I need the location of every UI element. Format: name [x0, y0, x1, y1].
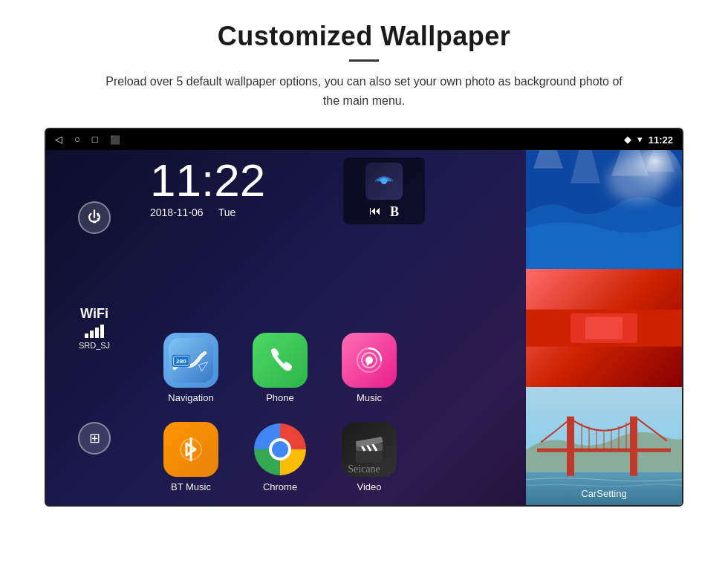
wifi-bar-2 [90, 331, 94, 338]
chrome-circle [254, 423, 306, 475]
clock-date-value: 2018-11-06 [150, 206, 204, 218]
location-icon: ◆ [624, 134, 631, 146]
app-bt-music[interactable]: BT Music [150, 416, 232, 498]
wallpaper-preview-top [526, 150, 682, 268]
chrome-app-icon [253, 422, 308, 477]
ice-highlight [608, 157, 667, 202]
wifi-bar-4 [100, 325, 104, 338]
bt-svg [176, 435, 206, 464]
bt-app-icon [163, 422, 218, 477]
screenshot-icon: ⬛ [110, 135, 120, 145]
title-divider [349, 59, 379, 62]
svg-text:♪: ♪ [365, 351, 374, 369]
app-music[interactable]: ♪ Music [328, 327, 410, 409]
power-icon: ⏻ [88, 209, 101, 225]
watermark: Seicane [348, 463, 380, 475]
apps-button[interactable]: ⊞ [78, 422, 111, 455]
right-panels: CarSetting [526, 150, 682, 505]
nav-app-label: Navigation [168, 392, 213, 403]
center-area: 11:22 2018-11-06 Tue [143, 150, 521, 505]
music-svg: ♪ [354, 345, 385, 376]
power-button[interactable]: ⏻ [78, 201, 111, 234]
phone-app-label: Phone [266, 392, 294, 403]
mid-strip-svg [526, 269, 682, 387]
recents-icon: □ [92, 134, 98, 146]
wifi-bar-1 [85, 333, 88, 338]
wifi-ssid: SRD_SJ [79, 341, 110, 350]
wifi-widget[interactable]: WiFi SRD_SJ [79, 306, 110, 350]
nav-app-icon: 280 [163, 333, 218, 388]
prev-icon[interactable]: ⏮ [369, 204, 381, 220]
video-app-label: Video [357, 481, 381, 492]
clock-date: 2018-11-06 Tue [150, 206, 313, 218]
clock-time: 11:22 [150, 157, 313, 204]
music-app-label: Music [357, 392, 382, 403]
page-container: Customized Wallpaper Preload over 5 defa… [0, 0, 728, 563]
chrome-app-label: Chrome [263, 481, 297, 492]
status-right: ◆ ▾ 11:22 [624, 134, 673, 146]
page-title: Customized Wallpaper [218, 21, 511, 52]
carsetting-label: CarSetting [526, 488, 682, 499]
grid-icon: ⊞ [89, 430, 100, 446]
app-video[interactable]: Video [328, 416, 410, 498]
chrome-center [269, 438, 291, 461]
svg-rect-26 [585, 316, 623, 339]
status-left: ◁ ○ □ ⬛ [55, 134, 120, 146]
video-svg [353, 435, 386, 464]
main-area: ⏻ WiFi SRD_SJ ⊞ [46, 150, 682, 505]
wallpaper-preview-mid [526, 269, 682, 387]
status-time: 11:22 [649, 134, 673, 146]
app-navigation[interactable]: 280 Navigation [150, 327, 232, 409]
wifi-label: WiFi [80, 306, 108, 322]
status-bar: ◁ ○ □ ⬛ ◆ ▾ 11:22 [46, 129, 682, 150]
phone-svg [265, 345, 295, 375]
home-icon: ○ [74, 134, 80, 146]
left-sidebar: ⏻ WiFi SRD_SJ ⊞ [46, 150, 143, 505]
app-chrome[interactable]: Chrome [239, 416, 321, 498]
back-icon: ◁ [55, 134, 62, 146]
nav-map-svg: 280 [169, 338, 213, 383]
wifi-signal-icon [372, 169, 396, 193]
page-description: Preload over 5 default wallpaper options… [104, 72, 624, 110]
media-icon [365, 163, 403, 200]
wifi-bar-3 [95, 328, 99, 338]
wifi-bars [85, 325, 104, 338]
letter-b: B [390, 204, 399, 220]
clock-day-value: Tue [218, 206, 236, 218]
phone-app-icon [253, 333, 308, 388]
android-screen: ◁ ○ □ ⬛ ◆ ▾ 11:22 ⏻ WiFi [45, 128, 683, 507]
music-app-icon: ♪ [342, 333, 397, 388]
svg-text:280: 280 [176, 358, 186, 365]
svg-rect-29 [567, 417, 574, 476]
media-widget[interactable]: ⏮ B [343, 157, 425, 224]
bt-app-label: BT Music [171, 481, 211, 492]
wallpaper-preview-bot: CarSetting [526, 387, 682, 505]
media-controls: ⏮ B [369, 204, 399, 220]
app-phone[interactable]: Phone [239, 327, 321, 409]
wifi-status-icon: ▾ [637, 134, 643, 146]
clock-widget: 11:22 2018-11-06 Tue [150, 157, 313, 218]
svg-rect-30 [630, 417, 637, 476]
